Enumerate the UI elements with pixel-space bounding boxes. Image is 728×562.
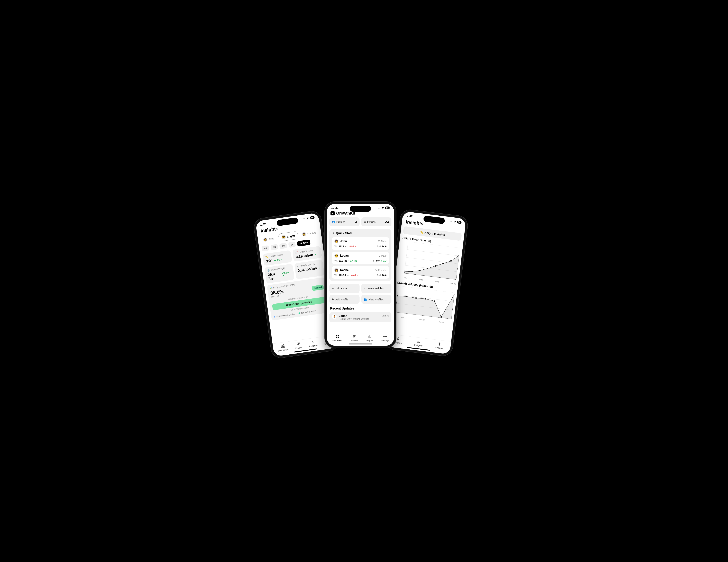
range-6m[interactable]: 6M	[279, 243, 287, 249]
status-time: 1:42	[407, 214, 413, 218]
signal-icon: ▪▪▪	[378, 207, 381, 209]
profile-tab-rachel[interactable]: 👩 Rachel	[299, 229, 319, 239]
arrow-down-icon: ↓ 4.4 lbs	[350, 274, 358, 277]
phone-insights-charts: 1:42 ▪▪▪ 80 Insights 📏 Height Insights H…	[384, 209, 468, 357]
range-1y[interactable]: 1Y	[288, 242, 296, 248]
plus-circle-icon: ⊕	[332, 298, 334, 301]
trend-icon: 📈	[295, 251, 298, 254]
svg-rect-35	[336, 337, 337, 338]
svg-point-30	[454, 293, 455, 295]
avatar-icon: 👩	[302, 232, 306, 237]
svg-rect-0	[281, 345, 282, 346]
recent-update-item[interactable]: 🧍 Logan Height: 3'0" • Weight: 29.8 lbs …	[329, 312, 391, 322]
chart-growth-velocity: Growth Velocity (in/month) Oct 1Dec 23Ja…	[392, 281, 455, 327]
avatar-icon: 🧑	[334, 239, 338, 243]
scale-icon: ⚖️	[267, 269, 270, 272]
ruler-icon: 📏	[420, 231, 424, 234]
signal-icon: ▪▪▪	[303, 217, 306, 220]
chart-icon: 📊	[270, 287, 273, 289]
tab-insights[interactable]: Insights	[309, 339, 318, 348]
range-3m[interactable]: 3M	[270, 244, 278, 250]
person-icon: 🧍	[332, 314, 337, 319]
avatar-icon: 😎	[281, 235, 286, 239]
svg-point-38	[355, 335, 356, 336]
svg-rect-2	[281, 346, 283, 348]
profile-card-logan[interactable]: 😎Logan 2 Male Wt.29.8 lbs↑ 0.4 lbs Ht.3'…	[332, 252, 389, 264]
status-time: 12:33	[331, 206, 339, 210]
svg-point-39	[384, 336, 386, 337]
arrow-up-icon: ↑ 0.4 lbs	[348, 260, 357, 262]
avatar-icon: 👩	[334, 268, 338, 272]
tab-profiles[interactable]: Profiles	[351, 334, 358, 342]
bar-chart-icon	[363, 286, 367, 290]
view-profiles-button[interactable]: 👥View Profiles	[361, 295, 391, 304]
arrow-down-icon: ↓ 8.8 lbs	[348, 245, 356, 248]
svg-point-31	[398, 337, 399, 339]
tab-profiles[interactable]: Profiles	[294, 341, 303, 349]
add-profile-button[interactable]: ⊕Add Profile	[329, 295, 360, 304]
home-indicator[interactable]	[349, 343, 372, 344]
stat-current-height: 📏Current Height 3'0"+8.2% ↗	[262, 250, 292, 266]
stat-height-velocity: 📈Height Velocity 0.39 in/mo↗	[292, 246, 322, 262]
wifi-icon	[381, 207, 384, 209]
add-data-button[interactable]: ＋Add Data	[329, 284, 360, 293]
svg-rect-33	[336, 335, 337, 336]
status-time: 1:42	[260, 223, 266, 227]
battery-badge: 80	[310, 216, 315, 219]
svg-rect-1	[283, 344, 284, 346]
svg-point-4	[297, 343, 298, 344]
activity-icon: 〰️	[297, 265, 300, 268]
avatar-icon: 🧑	[263, 237, 268, 242]
profile-card-rachel[interactable]: 👩Rachel 34 Female Wt.123.5 lbs↓ 4.4 lbs …	[332, 266, 389, 279]
svg-line-8	[407, 250, 459, 256]
app-logo-icon: ↗	[330, 211, 335, 216]
tab-dashboard[interactable]: Dashboard	[277, 343, 289, 352]
profiles-count[interactable]: 👥Profiles 3	[329, 218, 360, 226]
range-1m[interactable]: 1M	[261, 245, 269, 252]
quick-stats-panel: ✦Quick Stats 🧑John 33 Male Wt.172 lbs↓ 8…	[329, 229, 391, 281]
svg-point-32	[439, 343, 440, 344]
device-notch	[350, 206, 371, 212]
battery-badge: 86	[385, 207, 390, 209]
users-icon: 👥	[332, 220, 335, 224]
sparkle-icon: ✦	[332, 231, 334, 235]
svg-rect-36	[338, 337, 339, 338]
legend-dot-normal	[298, 312, 300, 314]
plus-icon: ＋	[332, 287, 334, 290]
users-icon: 👥	[363, 298, 367, 301]
recent-updates-title: Recent Updates	[329, 306, 391, 312]
list-icon: ☰	[364, 220, 366, 224]
profile-tab-john[interactable]: 🧑 John	[260, 234, 278, 244]
wifi-icon	[453, 221, 456, 223]
view-insights-button[interactable]: View Insights	[361, 284, 391, 293]
tab-insights[interactable]: Insights	[414, 339, 423, 347]
tab-dashboard[interactable]: Dashboard	[332, 334, 343, 342]
tab-settings[interactable]: Settings	[381, 334, 389, 342]
ruler-icon: 📏	[265, 256, 268, 259]
chart-height-over-time: Height Over Time (in) 36.2 35.5 34.9 34.…	[397, 236, 461, 288]
avatar-icon: 😎	[334, 254, 338, 258]
battery-badge: 80	[457, 221, 462, 224]
svg-point-5	[299, 342, 300, 343]
legend-dot-underweight	[274, 316, 275, 317]
signal-icon: ▪▪▪	[450, 220, 453, 223]
arrow-up-icon: ↑ 0'1"	[381, 260, 386, 262]
svg-rect-34	[338, 335, 339, 336]
tab-insights[interactable]: Insights	[366, 334, 373, 342]
profile-tab-logan[interactable]: 😎 Logan	[278, 231, 298, 242]
bmi-status-badge: Normal	[312, 284, 324, 291]
svg-rect-3	[283, 346, 284, 348]
tab-settings[interactable]: Settings	[435, 341, 444, 349]
wifi-icon	[306, 217, 309, 219]
entries-count[interactable]: ☰Entries 23	[361, 218, 391, 226]
phone-dashboard: 12:33 ▪▪▪ 86 ↗ GrowthKit 👥Profiles 3 ☰En…	[325, 202, 396, 348]
profile-card-john[interactable]: 🧑John 33 Male Wt.172 lbs↓ 8.8 lbs BMI24.…	[332, 237, 389, 250]
svg-point-37	[353, 335, 355, 336]
